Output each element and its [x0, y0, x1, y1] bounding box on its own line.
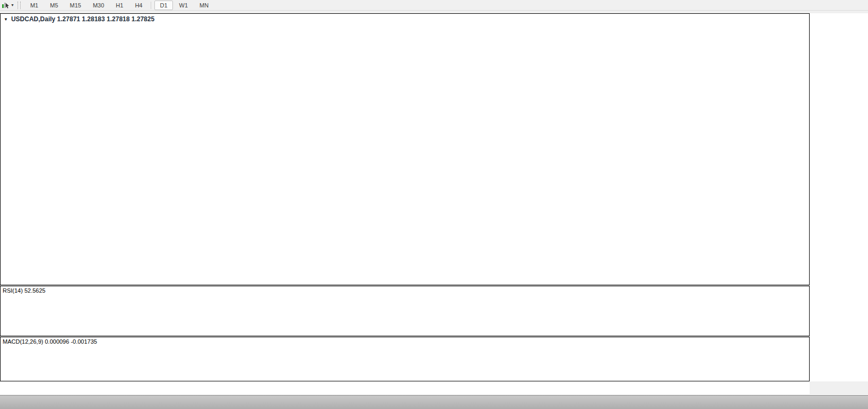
timeframe-button-m15[interactable]: M15 — [65, 1, 86, 10]
toolbar: ▼ M1M5M15M30H1H4D1W1MN — [0, 0, 868, 11]
candlestick-chart-svg — [1, 14, 809, 285]
timeframe-button-mn[interactable]: MN — [194, 1, 214, 10]
chart-title: ▼ USDCAD,Daily 1.27871 1.28183 1.27818 1… — [4, 15, 154, 23]
timeframe-button-m1[interactable]: M1 — [25, 1, 44, 10]
timeframe-button-m30[interactable]: M30 — [88, 1, 109, 10]
timeframe-buttons: M1M5M15M30H1H4D1W1MN — [24, 1, 214, 10]
date-axis[interactable] — [0, 381, 810, 394]
rsi-chart-svg — [1, 286, 809, 336]
rsi-label: RSI(14) 52.5625 — [3, 287, 46, 294]
chart-tabs-bar — [0, 395, 868, 409]
timeframe-button-w1[interactable]: W1 — [174, 1, 194, 10]
macd-pane[interactable]: MACD(12,26,9) 0.000096 -0.001735 — [0, 337, 810, 381]
macd-label: MACD(12,26,9) 0.000096 -0.001735 — [3, 338, 97, 345]
timeframe-button-h4[interactable]: H4 — [129, 1, 147, 10]
chart-cursor-icon[interactable] — [1, 1, 10, 10]
toolbar-drag-grip[interactable] — [18, 2, 21, 9]
price-axis[interactable] — [810, 13, 868, 381]
toolbar-separator — [151, 2, 151, 9]
timeframe-button-m5[interactable]: M5 — [45, 1, 63, 10]
macd-chart-svg — [1, 337, 809, 381]
chart-title-text: USDCAD,Daily 1.27871 1.28183 1.27818 1.2… — [11, 15, 154, 23]
timeframe-button-d1[interactable]: D1 — [154, 1, 172, 10]
rsi-pane[interactable]: RSI(14) 52.5625 — [0, 286, 810, 336]
chart-cursor-glyph — [2, 1, 10, 9]
tool-dropdown-arrow-icon[interactable]: ▼ — [11, 3, 14, 7]
timeframe-button-h1[interactable]: H1 — [110, 1, 128, 10]
chart-title-dropdown-icon[interactable]: ▼ — [4, 17, 8, 22]
mt4-window: ▼ M1M5M15M30H1H4D1W1MN ▼ USDCAD,Daily 1.… — [0, 0, 868, 409]
main-chart-pane[interactable]: ▼ USDCAD,Daily 1.27871 1.28183 1.27818 1… — [0, 13, 810, 285]
